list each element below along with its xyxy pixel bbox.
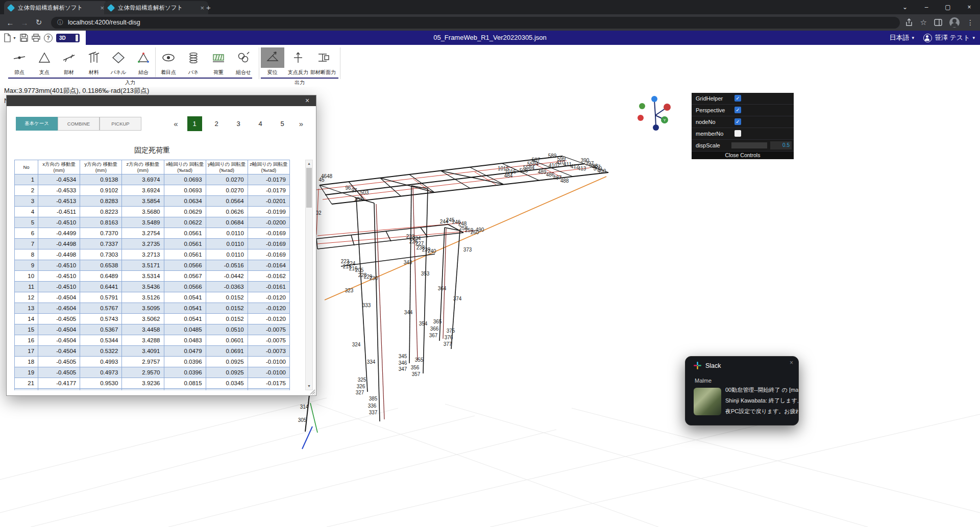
dispscale-value[interactable]: 0.5: [770, 141, 792, 149]
scrollbar-thumb[interactable]: [306, 168, 312, 208]
new-file-icon[interactable]: [4, 33, 11, 42]
share-icon[interactable]: [905, 18, 913, 27]
axis-z-dot[interactable]: [651, 96, 657, 102]
address-bar[interactable]: ⓘ localhost:4200/result-disg: [51, 17, 900, 29]
tab-combine[interactable]: COMBINE: [58, 117, 100, 131]
toolbar-item-member[interactable]: 部材: [57, 47, 81, 76]
table-row[interactable]: 6-0.44990.73703.27540.05610.0110-0.0169: [15, 228, 290, 239]
table-row[interactable]: 19-0.45050.49732.95700.03960.0925-0.0100: [15, 367, 290, 378]
tab-close-icon[interactable]: ×: [200, 5, 204, 11]
toolbar-item-section-force[interactable]: 部材断面力: [309, 47, 337, 76]
table-scrollbar[interactable]: ▲ ▼: [305, 160, 313, 390]
back-button[interactable]: ←: [3, 18, 17, 27]
new-tab-button[interactable]: +: [206, 3, 211, 12]
window-close-button[interactable]: ×: [959, 0, 980, 14]
axis-neg-dot[interactable]: [638, 115, 644, 121]
axis-neg-dot[interactable]: [639, 103, 645, 109]
tab-close-icon[interactable]: ×: [100, 5, 104, 11]
gridhelper-checkbox[interactable]: ✓: [734, 95, 741, 102]
table-cell: -0.0100: [248, 367, 289, 378]
column-header: z方向の 移動量(mm): [122, 160, 164, 174]
resize-grip[interactable]: [308, 388, 315, 395]
table-row[interactable]: 1-0.45340.91383.69740.06930.0270-0.0179: [15, 174, 290, 185]
dialog-titlebar[interactable]: ×: [7, 95, 316, 106]
table-row[interactable]: 22-0.41750.94473.90840.08150.0345-0.0175: [15, 389, 290, 391]
help-icon[interactable]: ?: [44, 34, 53, 42]
slack-notification[interactable]: Slack × Malme 00勤怠管理--開始終了 の [ma Shinji …: [685, 356, 799, 425]
table-row[interactable]: 8-0.44980.73033.27130.05610.0110-0.0169: [15, 249, 290, 260]
table-row[interactable]: 15-0.45040.53673.44580.04850.0510-0.0075: [15, 324, 290, 335]
dispscale-slider[interactable]: [731, 142, 767, 148]
bookmark-star-icon[interactable]: ☆: [920, 18, 927, 27]
dialog-close-icon[interactable]: ×: [301, 95, 314, 106]
table-row[interactable]: 2-0.45330.91023.69240.06930.0270-0.0179: [15, 185, 290, 196]
new-file-dropdown-icon[interactable]: ▼: [13, 36, 16, 40]
toolbar-item-joint[interactable]: 結合: [132, 47, 155, 76]
browser-menu-icon[interactable]: ⋮: [967, 18, 974, 27]
3d-toggle[interactable]: 3D: [56, 34, 80, 42]
table-row[interactable]: 14-0.45050.57433.50620.05410.0152-0.0120: [15, 314, 290, 324]
table-row[interactable]: 5-0.45100.81633.54890.06220.0684-0.0200: [15, 217, 290, 228]
table-row[interactable]: 21-0.41770.95303.92360.08150.0345-0.0175: [15, 378, 290, 389]
next-page-button[interactable]: »: [293, 119, 309, 128]
toolbar-item-material[interactable]: 材料: [82, 47, 106, 76]
page-button-5[interactable]: 5: [275, 116, 290, 131]
notification-close-icon[interactable]: ×: [790, 359, 793, 366]
prev-page-button[interactable]: «: [168, 119, 183, 128]
scroll-up-icon[interactable]: ▲: [306, 160, 312, 167]
table-row[interactable]: 11-0.45100.64413.54360.0566-0.0363-0.016…: [15, 282, 290, 292]
minimize-button[interactable]: –: [916, 0, 937, 14]
orientation-gizmo[interactable]: Y: [625, 92, 681, 140]
table-row[interactable]: 12-0.45040.57913.51260.05410.0152-0.0120: [15, 292, 290, 303]
tab-basic-case[interactable]: 基本ケース: [16, 117, 58, 131]
nodeno-checkbox[interactable]: ✓: [734, 118, 741, 125]
page-button-3[interactable]: 3: [231, 116, 246, 131]
table-row[interactable]: 18-0.45050.49932.97570.03960.0925-0.0100: [15, 357, 290, 367]
print-icon[interactable]: [32, 34, 40, 42]
table-row[interactable]: 16-0.45040.53443.42880.04830.0601-0.0075: [15, 335, 290, 346]
table-row[interactable]: 17-0.45040.53223.40910.04790.0691-0.0073: [15, 346, 290, 357]
toolbar-item-spring[interactable]: バネ: [182, 47, 205, 76]
side-panel-icon[interactable]: [934, 18, 942, 27]
toolbar-item-combination[interactable]: 組合せ: [232, 47, 255, 76]
toolbar-item-node[interactable]: 節点: [8, 47, 31, 76]
user-menu[interactable]: 笹澤 テスト ▾: [923, 33, 975, 42]
close-controls-button[interactable]: Close Controls: [692, 152, 794, 159]
save-icon[interactable]: [20, 34, 28, 42]
toolbar-item-displacement[interactable]: 変位: [261, 47, 284, 76]
profile-avatar[interactable]: [949, 17, 960, 28]
page-button-2[interactable]: 2: [209, 116, 224, 131]
table-cell: 12: [15, 292, 38, 303]
control-label: GridHelper: [696, 95, 723, 102]
toolbar-item-support[interactable]: 支点: [33, 47, 56, 76]
axis-x-dot[interactable]: [664, 104, 671, 111]
table-row[interactable]: 9-0.45100.65383.51710.0566-0.0516-0.0164: [15, 260, 290, 271]
table-row[interactable]: 3-0.45130.82833.58540.06340.0564-0.0201: [15, 196, 290, 207]
memberno-checkbox[interactable]: [734, 130, 741, 137]
table-cell: -0.0169: [248, 228, 289, 239]
tab-list-button[interactable]: ⌄: [894, 0, 916, 14]
tab-pickup[interactable]: PICKUP: [100, 117, 141, 131]
axis-neg-z-dot[interactable]: [653, 124, 659, 131]
table-row[interactable]: 7-0.44980.73373.27350.05610.0110-0.0169: [15, 239, 290, 249]
panel-icon: [107, 47, 130, 68]
toolbar-item-reaction[interactable]: 支点反力: [286, 47, 310, 76]
reload-button[interactable]: ↻: [32, 18, 46, 27]
maximize-button[interactable]: ▢: [937, 0, 959, 14]
perspective-checkbox[interactable]: ✓: [734, 107, 741, 113]
page-button-1[interactable]: 1: [187, 116, 202, 131]
forward-button[interactable]: →: [17, 18, 32, 27]
browser-tab-2[interactable]: 立体骨組構造解析ソフト ×: [104, 1, 208, 14]
table-row[interactable]: 10-0.45100.64893.53140.0567-0.0442-0.016…: [15, 271, 290, 282]
toolbar-item-panel[interactable]: パネル: [107, 47, 130, 76]
table-row[interactable]: 4-0.45110.82233.56800.06290.0626-0.0199: [15, 207, 290, 217]
language-menu[interactable]: 日本語 ▾: [889, 33, 914, 42]
browser-tab-1[interactable]: 立体骨組構造解析ソフト ×: [4, 1, 108, 14]
toolbar-item-focus-point[interactable]: 着目点: [157, 47, 180, 76]
site-info-icon[interactable]: ⓘ: [57, 18, 63, 27]
disg-table-header-row: Nox方向の 移動量(mm)y方向の 移動量(mm)z方向の 移動量(mm)x軸…: [15, 160, 290, 174]
page-button-4[interactable]: 4: [253, 116, 268, 131]
toolbar-item-load[interactable]: 荷重: [207, 47, 230, 76]
table-row[interactable]: 13-0.45040.57673.50950.05410.0152-0.0120: [15, 303, 290, 314]
table-cell: -0.0179: [248, 174, 289, 185]
